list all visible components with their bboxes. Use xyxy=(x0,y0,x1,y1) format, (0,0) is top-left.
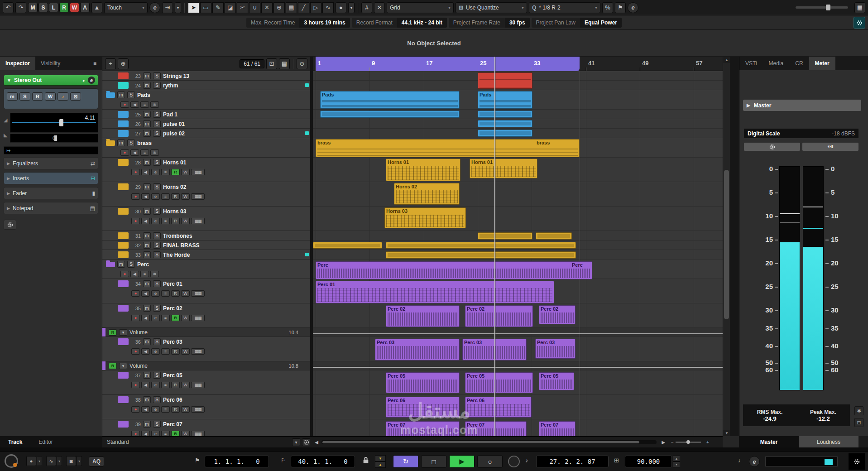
stop-button[interactable]: □ xyxy=(421,455,446,468)
monitor-button[interactable]: ◀ xyxy=(141,315,150,321)
snapshot-icon[interactable]: ⊡ xyxy=(854,418,863,427)
iterative-quantize-icon[interactable]: % xyxy=(602,2,613,13)
quarter-note-icon[interactable]: ♪ xyxy=(525,457,528,464)
input-transform-button[interactable]: ▦▦ xyxy=(191,193,205,200)
tool-button-1[interactable]: ▭ xyxy=(200,2,211,13)
track-preset-label[interactable]: Standard xyxy=(107,439,129,445)
inspector-section-fader[interactable]: ▶Fader▮ xyxy=(4,187,98,199)
audio-record-mode-dropdown[interactable]: ∿▾ xyxy=(46,456,62,466)
record-arm-button[interactable]: ● xyxy=(131,348,140,355)
write-button[interactable]: W xyxy=(45,92,56,101)
scroll-right-icon[interactable]: ▶ xyxy=(659,438,667,446)
solo-button[interactable]: S xyxy=(153,280,161,287)
clip-event-0[interactable] xyxy=(478,72,532,89)
track-the-horde[interactable]: 33mSThe Horde xyxy=(102,250,310,260)
read-button[interactable]: R xyxy=(171,315,180,321)
mute-button[interactable]: m xyxy=(143,120,151,127)
ramp-button[interactable]: ≋ xyxy=(150,101,159,108)
edit-button[interactable]: e xyxy=(151,290,160,297)
edit-button[interactable]: e xyxy=(151,218,160,224)
track-horns-03[interactable]: 30mSHorns 03●◀e≡RW▦▦ xyxy=(102,207,310,231)
clip-event-6[interactable] xyxy=(478,130,532,137)
output-routing-field[interactable]: ↦ xyxy=(4,146,98,154)
track-trombones[interactable]: 31mSTrombones xyxy=(102,231,310,240)
toolbar-slider[interactable] xyxy=(796,6,848,9)
scroll-down-icon[interactable]: ▼ xyxy=(723,430,730,436)
track-brass[interactable]: mSbrass●◀≡≋ xyxy=(102,138,310,158)
tempo-display[interactable]: 90.000 xyxy=(625,456,672,467)
snap-icon[interactable]: # xyxy=(361,2,372,13)
record-arm-button[interactable]: ● xyxy=(131,193,140,200)
clip-pads-2[interactable]: Pads xyxy=(478,91,532,109)
solo-button[interactable]: S xyxy=(153,130,161,137)
solo-button[interactable]: S xyxy=(153,396,161,403)
record-arm-button[interactable]: ● xyxy=(131,315,140,321)
monitor-button[interactable]: ◀ xyxy=(130,271,139,277)
lock-icon[interactable] xyxy=(362,456,369,466)
tool-button-4[interactable]: ✂ xyxy=(237,2,248,13)
solo-button[interactable]: S xyxy=(153,421,161,428)
vertical-scroll-thumb[interactable] xyxy=(724,170,729,319)
cycle-button[interactable]: ↻ xyxy=(393,455,418,468)
inspector-section-notepad[interactable]: ▶Notepad▤ xyxy=(4,202,98,214)
list-icon[interactable]: ▤ xyxy=(279,58,290,69)
track-final-brass[interactable]: 32mSFINAL BRASS xyxy=(102,240,310,250)
monitor-button[interactable]: ◀ xyxy=(141,193,150,200)
track-volume[interactable]: R▾Volume10.8 xyxy=(102,361,310,370)
read-button[interactable]: R xyxy=(171,382,180,388)
track-perc-05[interactable]: 37mSPerc 05●◀e≡RW▦▦ xyxy=(102,370,310,395)
tool-button-11[interactable]: ∿ xyxy=(322,2,334,13)
solo-button[interactable]: S xyxy=(153,372,161,379)
automation-read-button[interactable]: R xyxy=(109,329,117,336)
read-button[interactable]: R xyxy=(171,406,180,413)
snap-type-icon[interactable]: ✕ xyxy=(374,2,385,13)
write-button[interactable]: W xyxy=(181,431,190,436)
tool-button-8[interactable]: ▤ xyxy=(286,2,297,13)
clip-perc-05-27[interactable]: Perc 05 xyxy=(539,372,574,390)
edit-button[interactable]: e xyxy=(151,382,160,388)
clip-perc-05-25[interactable]: Perc 05 xyxy=(386,372,460,393)
group-button[interactable]: ≡ xyxy=(140,271,149,277)
solo-button[interactable]: S xyxy=(127,91,135,98)
input-transform-button[interactable]: ▦▦ xyxy=(191,382,205,388)
metronome-icon[interactable]: ♩ xyxy=(738,457,744,464)
fade-out-icon[interactable]: ◣ xyxy=(4,132,7,138)
edit-button[interactable]: e xyxy=(151,315,160,321)
camera-icon[interactable]: ⊡ xyxy=(266,58,277,69)
solo-button[interactable]: S xyxy=(153,232,161,239)
clip-event-14[interactable] xyxy=(313,242,382,249)
input-transform-button[interactable]: ▦▦ xyxy=(191,290,205,297)
edit-button[interactable]: e xyxy=(151,348,160,355)
lanes-button[interactable]: ≡ xyxy=(161,431,170,436)
solo-button[interactable]: S xyxy=(127,261,135,268)
quantize-preset-dropdown[interactable]: ⊞ Use Quantize ▾ xyxy=(456,2,527,13)
tab-media[interactable]: Media xyxy=(763,57,790,70)
edit-channel-icon[interactable]: e xyxy=(88,77,95,84)
lanes-button[interactable]: ≡ xyxy=(161,382,170,388)
zoom-in-icon[interactable]: + xyxy=(704,438,712,446)
autoscroll-icon[interactable]: ⇥ xyxy=(162,2,173,13)
track-horns-02[interactable]: 29mSHorns 02●◀e≡RW▦▦ xyxy=(102,182,310,207)
automation-edit-icon[interactable]: e xyxy=(149,2,160,13)
meter-reset-icon[interactable]: ⏴⏴❙ xyxy=(802,143,858,151)
horizontal-scroll-thumb[interactable] xyxy=(322,441,639,443)
midi-record-mode-dropdown[interactable]: ◙▾ xyxy=(66,456,82,466)
input-transform-button[interactable]: ▦▦ xyxy=(191,431,205,436)
clip-horns-02-10[interactable]: Horns 02 xyxy=(394,183,460,205)
mute-button[interactable]: m xyxy=(117,91,125,98)
solo-button[interactable]: S xyxy=(153,72,161,79)
input-transform-button[interactable]: ▦▦ xyxy=(191,315,205,321)
tab-editor[interactable]: Editor xyxy=(30,439,61,445)
clip-perc-02-20[interactable]: Perc 02 xyxy=(465,305,533,327)
inspector-section-inserts[interactable]: ▶Inserts⊟ xyxy=(4,172,98,184)
add-track-preset-icon[interactable]: ⊕ xyxy=(118,58,129,69)
lanes-button[interactable]: ≡ xyxy=(161,406,170,413)
color-caret-icon[interactable]: ▾ xyxy=(348,2,355,13)
automation-param-select[interactable]: ▾ xyxy=(119,329,127,336)
clip-event-12[interactable] xyxy=(478,232,532,240)
toolbar-state-l-button[interactable]: L xyxy=(49,3,58,12)
monitor-button[interactable]: ◀ xyxy=(141,348,150,355)
zoom-slider-thumb[interactable] xyxy=(686,440,690,444)
clip-perc-03-24[interactable]: Perc 03 xyxy=(535,339,575,359)
folder-icon[interactable] xyxy=(106,92,115,98)
